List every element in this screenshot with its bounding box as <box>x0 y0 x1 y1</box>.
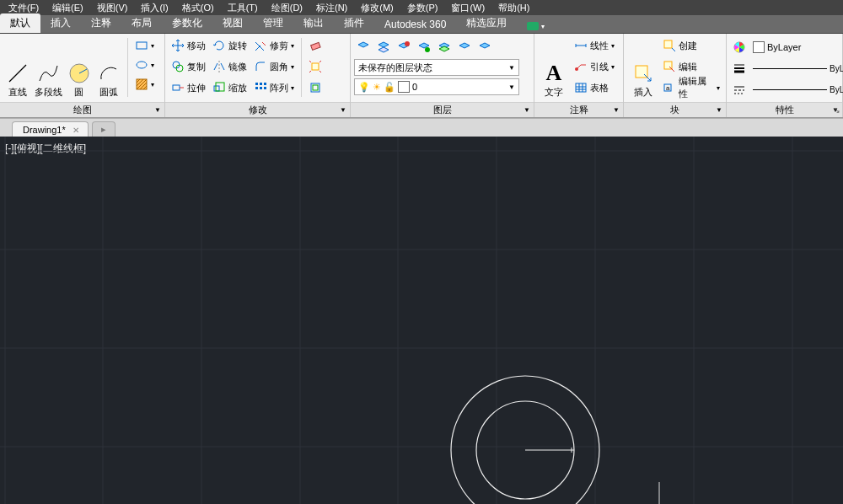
menu-view[interactable]: 视图(V) <box>90 1 135 15</box>
tab-layout[interactable]: 布局 <box>121 13 162 33</box>
tab-annotate[interactable]: 注释 <box>81 13 121 33</box>
new-tab-button[interactable]: ▸ <box>92 121 115 137</box>
tab-insert[interactable]: 插入 <box>40 13 81 33</box>
tab-overflow[interactable]: ▾ <box>517 19 555 33</box>
rotate-button[interactable]: 旋转 <box>210 36 250 55</box>
panel-title-draw[interactable]: 绘图▼ <box>0 102 164 117</box>
panel-title-block[interactable]: 块▼ <box>624 102 726 117</box>
chevron-down-icon: ▾ <box>541 23 545 30</box>
linetype-dropdown[interactable]: ByLayer <box>750 80 843 99</box>
menu-tools[interactable]: 工具(T) <box>221 1 265 15</box>
tab-autodesk360[interactable]: Autodesk 360 <box>374 16 456 33</box>
scale-button[interactable]: 缩放 <box>210 78 250 97</box>
ellipse-button[interactable]: ▾ <box>132 56 157 74</box>
svg-point-21 <box>405 41 410 46</box>
linetype-control-button[interactable] <box>730 80 749 99</box>
layer-lock-button[interactable] <box>415 38 433 56</box>
erase-button[interactable] <box>306 36 325 55</box>
svg-rect-26 <box>664 40 672 48</box>
edit-attr-button[interactable]: a编辑属性 ▾ <box>660 78 722 97</box>
insert-block-button[interactable]: 插入 <box>627 36 658 97</box>
copy-button[interactable]: 复制 <box>169 57 208 76</box>
leader-button[interactable]: 引线 ▾ <box>572 57 617 76</box>
leader-icon <box>574 60 588 73</box>
file-tab-drawing1[interactable]: Drawing1* ✕ <box>12 121 89 137</box>
create-block-button[interactable]: 创建 <box>660 36 722 55</box>
menu-modify[interactable]: 修改(M) <box>354 1 400 15</box>
tab-plugins[interactable]: 插件 <box>334 13 374 33</box>
text-button[interactable]: A 文字 <box>538 36 570 97</box>
layer-more2-button[interactable] <box>475 38 494 56</box>
menu-insert[interactable]: 插入(I) <box>134 1 175 15</box>
drawing-canvas[interactable]: [-][俯视][二维线框] <box>0 137 843 504</box>
tab-parametric[interactable]: 参数化 <box>162 13 212 33</box>
tab-featured[interactable]: 精选应用 <box>456 13 517 33</box>
lineweight-control-button[interactable] <box>730 59 749 78</box>
tab-output[interactable]: 输出 <box>293 13 334 33</box>
offset-button[interactable] <box>306 78 325 97</box>
tab-default[interactable]: 默认 <box>0 13 40 33</box>
layer-current-dropdown[interactable]: 💡☀🔓0 ▼ <box>354 78 519 95</box>
layer-more1-button[interactable] <box>455 38 474 56</box>
rectangle-button[interactable]: ▾ <box>132 36 157 55</box>
mirror-button[interactable]: 镜像 <box>210 57 250 76</box>
panel-draw: 直线 多段线 圆 圆弧 ▾ ▾ ▾ 绘图▼ <box>0 34 165 117</box>
color-dropdown[interactable]: ByLayer <box>750 38 843 56</box>
layer-freeze-button[interactable] <box>395 38 413 56</box>
insert-block-label: 插入 <box>634 87 652 97</box>
layer-name-label: 0 <box>412 82 417 92</box>
svg-rect-24 <box>576 83 586 92</box>
array-button[interactable]: 阵列 ▾ <box>251 78 297 97</box>
layer-state-dropdown[interactable]: 未保存的图层状态▼ <box>354 59 519 76</box>
canvas-svg <box>0 137 843 504</box>
explode-button[interactable] <box>306 57 325 76</box>
lineweight-dropdown[interactable]: ByLayer <box>750 59 843 78</box>
menu-dim[interactable]: 标注(N) <box>309 1 354 15</box>
line-button[interactable]: 直线 <box>3 36 32 97</box>
menu-format[interactable]: 格式(O) <box>175 1 221 15</box>
layer-match-button[interactable] <box>435 38 454 56</box>
stretch-button[interactable]: 拉伸 <box>169 78 208 97</box>
edit-block-button[interactable]: 编辑 <box>660 57 722 76</box>
linetype-icon <box>733 83 746 96</box>
svg-rect-11 <box>255 83 258 85</box>
menu-draw[interactable]: 绘图(D) <box>265 1 309 15</box>
layers-icon <box>357 40 370 54</box>
svg-rect-17 <box>311 42 320 50</box>
move-button[interactable]: 移动 <box>169 36 208 55</box>
layer-match-icon <box>438 40 451 54</box>
menu-window[interactable]: 窗口(W) <box>444 1 491 15</box>
panel-title-modify[interactable]: 修改▼ <box>165 102 350 117</box>
panel-title-annotate[interactable]: 注释▼ <box>534 102 623 117</box>
dialog-launcher-icon[interactable]: ↘ <box>834 106 840 115</box>
rotate-icon <box>212 39 226 52</box>
tab-manage[interactable]: 管理 <box>253 13 293 33</box>
layer-off-button[interactable] <box>374 38 393 56</box>
polyline-button[interactable]: 多段线 <box>34 36 62 97</box>
circle-button[interactable]: 圆 <box>64 36 93 97</box>
menu-file[interactable]: 文件(F) <box>2 1 46 15</box>
svg-text:a: a <box>666 84 670 92</box>
close-icon[interactable]: ✕ <box>72 126 79 135</box>
menu-edit[interactable]: 编辑(E) <box>46 1 90 15</box>
layer-props-button[interactable] <box>354 38 373 56</box>
array-icon <box>254 81 267 94</box>
panel-title-props[interactable]: 特性▼↘ <box>727 102 842 117</box>
linear-dim-button[interactable]: 线性 ▾ <box>572 36 617 55</box>
color-control-button[interactable] <box>730 38 749 56</box>
svg-rect-12 <box>260 83 262 85</box>
svg-rect-10 <box>216 83 224 91</box>
table-button[interactable]: 表格 <box>572 78 617 97</box>
arc-button[interactable]: 圆弧 <box>94 36 123 97</box>
trim-button[interactable]: 修剪 ▾ <box>251 36 297 55</box>
menu-help[interactable]: 帮助(H) <box>491 1 536 15</box>
fillet-button[interactable]: 圆角 ▾ <box>251 57 297 76</box>
tab-view[interactable]: 视图 <box>212 13 253 33</box>
svg-rect-16 <box>264 87 266 89</box>
menu-param[interactable]: 参数(P) <box>400 1 445 15</box>
offset-icon <box>309 81 322 94</box>
chevron-down-icon: ▼ <box>524 106 530 114</box>
hatch-button[interactable]: ▾ <box>132 75 157 94</box>
panel-title-layer[interactable]: 图层▼ <box>351 102 534 117</box>
color-value-label: ByLayer <box>767 42 801 52</box>
